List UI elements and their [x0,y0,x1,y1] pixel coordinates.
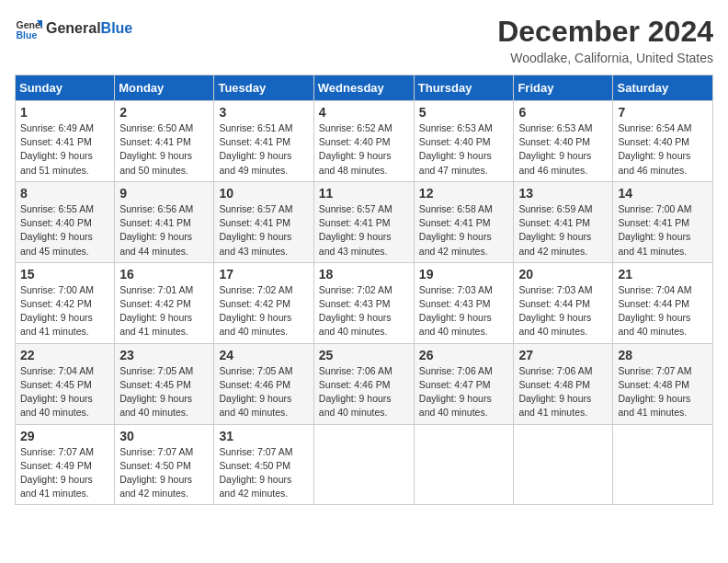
day-info: Sunrise: 6:53 AMSunset: 4:40 PMDaylight:… [419,121,509,178]
day-info: Sunrise: 6:53 AMSunset: 4:40 PMDaylight:… [518,121,608,178]
day-info: Sunrise: 7:05 AMSunset: 4:46 PMDaylight:… [219,364,308,420]
col-friday: Friday [514,75,613,101]
logo: General Blue GeneralBlue [15,15,132,42]
day-number: 11 [319,186,409,201]
calendar-day-31: 31 Sunrise: 7:07 AMSunset: 4:50 PMDaylig… [214,424,313,505]
day-info: Sunrise: 7:03 AMSunset: 4:43 PMDaylight:… [419,283,509,339]
day-number: 21 [618,267,708,282]
day-info: Sunrise: 7:00 AMSunset: 4:42 PMDaylight:… [20,283,109,339]
day-number: 12 [419,186,509,201]
day-info: Sunrise: 7:06 AMSunset: 4:46 PMDaylight:… [319,364,409,420]
day-number: 15 [20,267,109,282]
day-info: Sunrise: 6:57 AMSunset: 4:41 PMDaylight:… [319,202,409,259]
day-number: 3 [219,105,308,120]
calendar-day-1: 1 Sunrise: 6:49 AMSunset: 4:41 PMDayligh… [16,101,115,182]
day-info: Sunrise: 7:07 AMSunset: 4:50 PMDaylight:… [219,445,308,501]
day-info: Sunrise: 7:04 AMSunset: 4:45 PMDaylight:… [20,364,109,420]
day-number: 1 [20,105,109,120]
day-number: 18 [319,267,409,282]
calendar-day-25: 25 Sunrise: 7:06 AMSunset: 4:46 PMDaylig… [313,343,414,424]
empty-cell [414,424,514,505]
day-info: Sunrise: 6:55 AMSunset: 4:40 PMDaylight:… [20,202,109,259]
empty-cell [514,424,613,505]
day-number: 24 [219,348,308,362]
calendar-day-30: 30 Sunrise: 7:07 AMSunset: 4:50 PMDaylig… [115,424,214,505]
calendar-title: December 2024 [497,15,713,49]
logo-icon: General Blue [15,15,42,42]
day-number: 27 [518,348,608,362]
day-info: Sunrise: 7:01 AMSunset: 4:42 PMDaylight:… [119,283,209,339]
day-info: Sunrise: 7:05 AMSunset: 4:45 PMDaylight:… [119,364,209,420]
calendar-day-9: 9 Sunrise: 6:56 AMSunset: 4:41 PMDayligh… [115,181,214,262]
calendar-week-4: 22 Sunrise: 7:04 AMSunset: 4:45 PMDaylig… [16,343,713,424]
day-info: Sunrise: 7:00 AMSunset: 4:41 PMDaylight:… [618,202,708,259]
day-number: 13 [518,186,608,201]
day-info: Sunrise: 6:54 AMSunset: 4:40 PMDaylight:… [618,121,708,178]
empty-cell [313,424,414,505]
svg-text:Blue: Blue [17,29,38,40]
calendar-week-1: 1 Sunrise: 6:49 AMSunset: 4:41 PMDayligh… [16,101,713,182]
col-monday: Monday [115,75,214,101]
day-info: Sunrise: 7:07 AMSunset: 4:49 PMDaylight:… [20,445,109,501]
day-number: 20 [518,267,608,282]
calendar-day-3: 3 Sunrise: 6:51 AMSunset: 4:41 PMDayligh… [214,101,313,182]
day-info: Sunrise: 6:59 AMSunset: 4:41 PMDaylight:… [518,202,608,259]
col-thursday: Thursday [414,75,514,101]
day-number: 4 [319,105,409,120]
day-info: Sunrise: 6:58 AMSunset: 4:41 PMDaylight:… [419,202,509,259]
calendar-day-15: 15 Sunrise: 7:00 AMSunset: 4:42 PMDaylig… [16,262,115,343]
col-wednesday: Wednesday [313,75,414,101]
day-number: 6 [518,105,608,120]
calendar-day-5: 5 Sunrise: 6:53 AMSunset: 4:40 PMDayligh… [414,101,514,182]
calendar-day-11: 11 Sunrise: 6:57 AMSunset: 4:41 PMDaylig… [313,181,414,262]
col-tuesday: Tuesday [214,75,313,101]
day-number: 29 [20,429,109,443]
calendar-day-20: 20 Sunrise: 7:03 AMSunset: 4:44 PMDaylig… [514,262,613,343]
calendar-day-10: 10 Sunrise: 6:57 AMSunset: 4:41 PMDaylig… [214,181,313,262]
day-info: Sunrise: 6:50 AMSunset: 4:41 PMDaylight:… [119,121,209,178]
day-info: Sunrise: 6:52 AMSunset: 4:40 PMDaylight:… [319,121,409,178]
day-number: 22 [20,348,109,362]
logo-general: General [46,20,101,36]
calendar-day-19: 19 Sunrise: 7:03 AMSunset: 4:43 PMDaylig… [414,262,514,343]
calendar-day-22: 22 Sunrise: 7:04 AMSunset: 4:45 PMDaylig… [16,343,115,424]
calendar-week-5: 29 Sunrise: 7:07 AMSunset: 4:49 PMDaylig… [16,424,713,505]
calendar-week-3: 15 Sunrise: 7:00 AMSunset: 4:42 PMDaylig… [16,262,713,343]
calendar-day-13: 13 Sunrise: 6:59 AMSunset: 4:41 PMDaylig… [514,181,613,262]
day-info: Sunrise: 7:03 AMSunset: 4:44 PMDaylight:… [518,283,608,339]
day-number: 31 [219,429,308,443]
calendar-day-2: 2 Sunrise: 6:50 AMSunset: 4:41 PMDayligh… [115,101,214,182]
day-number: 9 [119,186,209,201]
day-number: 8 [20,186,109,201]
empty-cell [613,424,713,505]
calendar-day-21: 21 Sunrise: 7:04 AMSunset: 4:44 PMDaylig… [613,262,713,343]
col-saturday: Saturday [613,75,713,101]
calendar-day-12: 12 Sunrise: 6:58 AMSunset: 4:41 PMDaylig… [414,181,514,262]
day-number: 23 [119,348,209,362]
title-section: December 2024 Woodlake, California, Unit… [497,15,713,65]
day-number: 17 [219,267,308,282]
calendar-day-18: 18 Sunrise: 7:02 AMSunset: 4:43 PMDaylig… [313,262,414,343]
day-info: Sunrise: 7:02 AMSunset: 4:43 PMDaylight:… [319,283,409,339]
calendar-day-28: 28 Sunrise: 7:07 AMSunset: 4:48 PMDaylig… [613,343,713,424]
day-number: 7 [618,105,708,120]
day-number: 26 [419,348,509,362]
calendar-day-16: 16 Sunrise: 7:01 AMSunset: 4:42 PMDaylig… [115,262,214,343]
day-info: Sunrise: 7:02 AMSunset: 4:42 PMDaylight:… [219,283,308,339]
calendar-day-7: 7 Sunrise: 6:54 AMSunset: 4:40 PMDayligh… [613,101,713,182]
day-info: Sunrise: 6:49 AMSunset: 4:41 PMDaylight:… [20,121,109,178]
calendar-day-26: 26 Sunrise: 7:06 AMSunset: 4:47 PMDaylig… [414,343,514,424]
calendar-week-2: 8 Sunrise: 6:55 AMSunset: 4:40 PMDayligh… [16,181,713,262]
day-number: 25 [319,348,409,362]
day-number: 16 [119,267,209,282]
col-sunday: Sunday [16,75,115,101]
calendar-day-6: 6 Sunrise: 6:53 AMSunset: 4:40 PMDayligh… [514,101,613,182]
day-number: 19 [419,267,509,282]
day-number: 10 [219,186,308,201]
calendar-day-14: 14 Sunrise: 7:00 AMSunset: 4:41 PMDaylig… [613,181,713,262]
day-info: Sunrise: 6:57 AMSunset: 4:41 PMDaylight:… [219,202,308,259]
calendar-table: Sunday Monday Tuesday Wednesday Thursday… [15,75,713,505]
calendar-day-27: 27 Sunrise: 7:06 AMSunset: 4:48 PMDaylig… [514,343,613,424]
day-number: 28 [618,348,708,362]
day-number: 14 [618,186,708,201]
